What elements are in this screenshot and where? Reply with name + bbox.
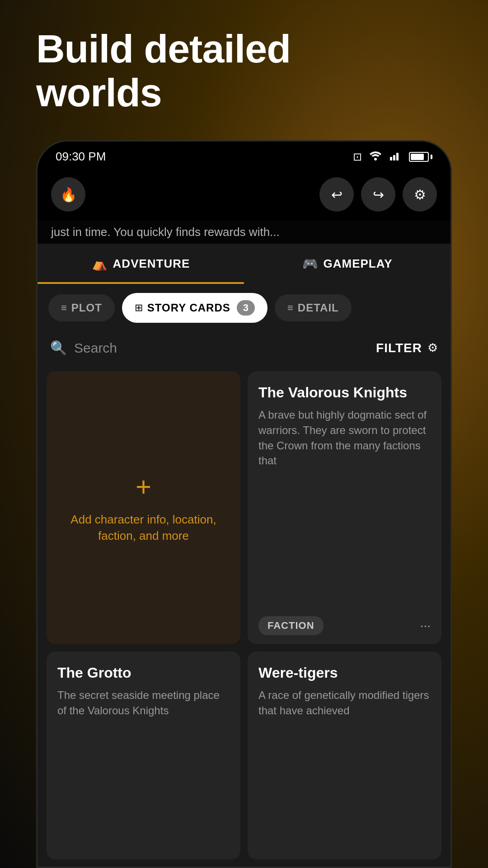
- sub-tab-plot[interactable]: ≡ PLOT: [48, 294, 115, 321]
- flame-button[interactable]: 🔥: [51, 177, 85, 212]
- card-content: The Valorous Knights A brave but highly …: [248, 371, 441, 610]
- phone-frame: 09:30 PM ⊡: [36, 140, 452, 868]
- text-snippet: just in time. You quickly finds rewards …: [38, 221, 450, 244]
- svg-rect-3: [396, 153, 399, 160]
- signal-icon: [389, 151, 402, 163]
- headline-line1: Build detailed: [36, 27, 452, 71]
- status-time: 09:30 PM: [56, 150, 106, 164]
- card-title-weretigers: Were-tigers: [258, 664, 431, 681]
- card-the-grotto[interactable]: The Grotto The secret seaside meeting pl…: [47, 651, 240, 859]
- undo-button[interactable]: ↩: [319, 177, 354, 212]
- status-bar: 09:30 PM ⊡: [38, 142, 450, 168]
- redo-button[interactable]: ↪: [361, 177, 395, 212]
- sub-tab-navigation: ≡ PLOT ⊞ STORY CARDS 3 ≡ DETAIL: [38, 284, 450, 332]
- tab-gameplay[interactable]: 🎮 GAMEPLAY: [244, 244, 450, 284]
- sub-tab-story-cards-label: STORY CARDS: [147, 302, 230, 314]
- card-tag: FACTION: [258, 616, 324, 635]
- sub-tab-details-label: DETAIL: [298, 302, 339, 314]
- svg-rect-1: [390, 157, 392, 160]
- search-icon: 🔍: [50, 340, 67, 356]
- list-icon-plot: ≡: [61, 302, 67, 314]
- filter-icon: ⚙: [427, 341, 438, 355]
- card-menu-button[interactable]: ···: [420, 618, 431, 633]
- settings-button[interactable]: ⚙: [403, 177, 437, 212]
- battery-icon: [409, 152, 432, 162]
- redo-icon: ↪: [373, 187, 384, 203]
- adventure-icon: ⛺: [92, 256, 108, 271]
- search-input-area[interactable]: 🔍 Search: [50, 340, 376, 356]
- card-footer: FACTION ···: [248, 610, 441, 644]
- cards-grid: + Add character info, location, faction,…: [38, 364, 450, 867]
- card-were-tigers[interactable]: Were-tigers A race of genetically modifi…: [248, 651, 441, 859]
- headline-line2: worlds: [36, 71, 452, 115]
- add-card-button[interactable]: + Add character info, location, faction,…: [47, 371, 240, 644]
- top-toolbar: 🔥 ↩ ↪ ⚙: [38, 168, 450, 221]
- svg-rect-2: [393, 155, 395, 160]
- tab-navigation: ⛺ ADVENTURE 🎮 GAMEPLAY: [38, 244, 450, 284]
- status-icons: ⊡: [353, 151, 432, 163]
- filter-label: FILTER: [376, 341, 422, 355]
- undo-icon: ↩: [331, 187, 343, 203]
- filter-button[interactable]: FILTER ⚙: [376, 341, 438, 355]
- add-icon: +: [136, 471, 151, 502]
- story-cards-badge: 3: [237, 300, 255, 316]
- tab-adventure[interactable]: ⛺ ADVENTURE: [38, 244, 244, 284]
- card-title: The Valorous Knights: [258, 384, 431, 401]
- toolbar-right: ↩ ↪ ⚙: [319, 177, 437, 212]
- card-content-grotto: The Grotto The secret seaside meeting pl…: [47, 651, 240, 859]
- grid-icon: ⊞: [135, 302, 143, 314]
- tab-gameplay-label: GAMEPLAY: [324, 257, 393, 271]
- tab-adventure-label: ADVENTURE: [113, 257, 190, 271]
- sub-tab-plot-label: PLOT: [71, 302, 102, 314]
- svg-point-0: [374, 158, 377, 160]
- sub-tab-details[interactable]: ≡ DETAIL: [275, 294, 352, 321]
- sub-tab-story-cards[interactable]: ⊞ STORY CARDS 3: [122, 293, 267, 323]
- card-description-weretigers: A race of genetically modified tigers th…: [258, 688, 431, 850]
- headline-text: Build detailed worlds: [36, 27, 452, 115]
- gamepad-icon: 🎮: [302, 256, 318, 271]
- add-card-text: Add character info, location, faction, a…: [60, 511, 227, 544]
- card-title-grotto: The Grotto: [57, 664, 230, 681]
- search-placeholder: Search: [74, 340, 117, 356]
- search-bar: 🔍 Search FILTER ⚙: [38, 332, 450, 364]
- card-valorous-knights[interactable]: The Valorous Knights A brave but highly …: [248, 371, 441, 644]
- card-content-weretigers: Were-tigers A race of genetically modifi…: [248, 651, 441, 859]
- gear-icon: ⚙: [414, 187, 426, 203]
- card-description: A brave but highly dogmatic sect of warr…: [258, 407, 431, 600]
- list-icon-details: ≡: [287, 302, 293, 314]
- wifi-icon: [369, 151, 382, 163]
- bluetooth-icon: ⊡: [353, 151, 362, 163]
- flame-icon: 🔥: [60, 187, 77, 203]
- card-description-grotto: The secret seaside meeting place of the …: [57, 688, 230, 850]
